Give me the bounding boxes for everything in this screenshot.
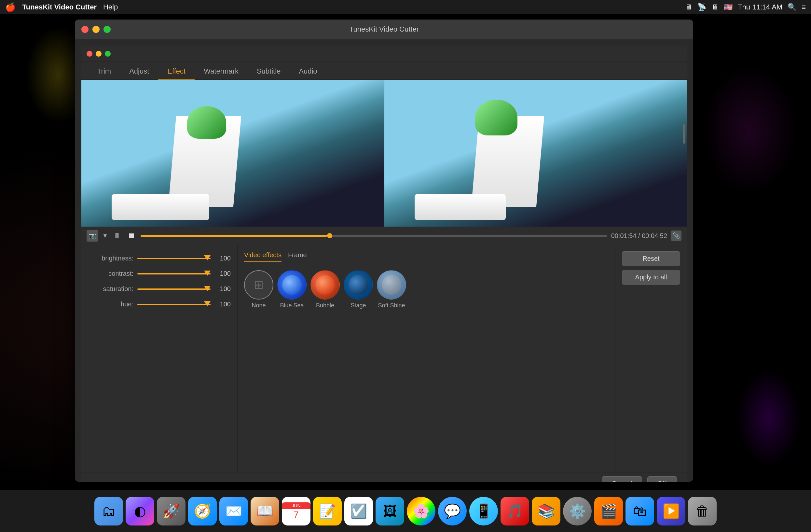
brightness-value: 100 [214,255,231,262]
reset-button[interactable]: Reset [622,252,680,266]
dock-messages[interactable]: 📱 [469,497,498,526]
inner-window: Trim Adjust Effect Watermark Subtitle Au… [81,46,687,482]
effect-soft-shine-label: Soft Shine [378,302,405,309]
slideshow-icon: 🖼 [383,503,397,519]
progress-fill [141,235,327,237]
dock-trash[interactable]: 🗑 [688,497,717,526]
effect-blue-sea[interactable]: Blue Sea [277,270,307,309]
music-icon: 🎵 [506,503,523,519]
contrast-label: contrast: [88,270,134,277]
ok-button[interactable]: OK [647,476,677,482]
effect-bubble[interactable]: Bubble [310,270,340,309]
menubar-control-center-icon[interactable]: ≡ [801,3,806,11]
dock-finder[interactable]: 🗂 [94,497,123,526]
effect-none[interactable]: ⊞ None [244,270,273,309]
dock-mail[interactable]: ✉️ [219,497,248,526]
action-panel: Reset Apply to all [615,245,687,472]
minimize-button[interactable] [92,26,100,33]
brightness-thumb [204,255,211,260]
calendar-day: 7 [293,510,299,520]
stop-button[interactable]: ⏹ [126,230,137,241]
scrollbar-handle[interactable] [683,124,685,143]
dock-system-prefs[interactable]: ⚙️ [563,497,592,526]
photos-icon: 🌸 [413,503,430,519]
video-panel-original [81,80,384,227]
video-area [81,80,687,227]
inner-maximize-button[interactable] [105,51,111,57]
effect-stage[interactable]: Stage [344,270,373,309]
dock-photos[interactable]: 🌸 [407,497,435,526]
rocket-icon: 🚀 [163,503,180,519]
tab-trim[interactable]: Trim [88,63,120,80]
menubar-time: Thu 11:14 AM [738,3,782,11]
tab-adjust[interactable]: Adjust [120,63,158,80]
siri-icon: ◐ [134,503,146,519]
brightness-label: brightness: [88,255,134,262]
menubar-mirroring-icon[interactable]: 🖥 [685,3,692,11]
brightness-slider[interactable] [137,258,211,259]
messages-icon: 📱 [475,503,492,519]
tab-effect[interactable]: Effect [158,63,195,80]
menubar-airplay-icon[interactable]: 📡 [698,3,706,11]
video-helmet-right [475,100,518,135]
dock-tuneskit[interactable]: 🎬 [594,497,623,526]
dock-books[interactable]: 📚 [532,497,561,526]
apply-to-all-button[interactable]: Apply to all [622,270,680,285]
inner-minimize-button[interactable] [96,51,102,57]
dock-safari[interactable]: 🧭 [188,497,217,526]
effect-blue-sea-label: Blue Sea [280,302,304,309]
finder-icon: 🗂 [102,503,116,519]
close-button[interactable] [81,26,89,33]
hue-thumb [204,301,211,306]
menubar: 🍎 TunesKit Video Cutter Help 🖥 📡 🖥 🇺🇸 Th… [0,0,811,14]
inner-titlebar [81,46,687,62]
cancel-button[interactable]: Cancel [602,476,642,482]
effect-soft-shine[interactable]: Soft Shine [377,270,406,309]
tab-audio[interactable]: Audio [290,63,326,80]
contrast-row: contrast: 100 [88,270,231,277]
dock-app-store[interactable]: 🛍 [626,497,654,526]
dock-rocket[interactable]: 🚀 [157,497,185,526]
hue-slider[interactable] [137,304,211,305]
tab-watermark[interactable]: Watermark [195,63,248,80]
tab-video-effects[interactable]: Video effects [244,252,281,262]
menubar-language-icon[interactable]: 🇺🇸 [724,3,733,11]
dock-slideshow[interactable]: 🖼 [376,497,404,526]
progress-bar[interactable] [141,235,607,237]
dock-music[interactable]: 🎵 [501,497,529,526]
menubar-app-name[interactable]: TunesKit Video Cutter [22,3,97,11]
saturation-slider[interactable] [137,288,211,290]
video-helmet-left [187,106,226,139]
trash-icon: 🗑 [695,503,709,519]
inner-close-button[interactable] [87,51,92,57]
screenshot-button[interactable]: 📷 [87,230,98,242]
video-preview-original [81,80,384,227]
dock-reminders[interactable]: ☑️ [344,497,373,526]
dock-quicktime[interactable]: ▶️ [657,497,685,526]
facetime-icon: 💬 [444,503,461,519]
progress-thumb[interactable] [327,233,332,238]
bottom-bar: Cancel OK [81,472,687,482]
video-panel-preview [384,80,687,227]
chevron-down-icon[interactable]: ▼ [102,232,108,239]
dock-contacts[interactable]: 📖 [250,497,279,526]
menubar-display-icon[interactable]: 🖥 [711,3,719,11]
dock-calendar[interactable]: JUN 7 [282,497,310,526]
pause-button[interactable]: ⏸ [112,230,122,241]
menubar-search-icon[interactable]: 🔍 [787,3,796,11]
menubar-help[interactable]: Help [103,3,118,11]
maximize-button[interactable] [104,26,111,33]
dock-siri[interactable]: ◐ [126,497,154,526]
contrast-slider[interactable] [137,273,211,274]
apple-menu[interactable]: 🍎 [5,2,16,12]
saturation-thumb [204,286,211,291]
clip-icon[interactable]: 📎 [671,230,682,241]
window-titlebar: TunesKit Video Cutter [75,19,693,39]
adjustments-panel: brightness: 100 contrast: 100 saturation… [81,245,238,472]
dock-facetime[interactable]: 💬 [438,497,467,526]
saturation-label: saturation: [88,285,134,293]
dock-notes[interactable]: 📝 [313,497,342,526]
tab-subtitle[interactable]: Subtitle [248,63,290,80]
tab-frame[interactable]: Frame [288,252,307,262]
effect-stage-label: Stage [351,302,366,309]
